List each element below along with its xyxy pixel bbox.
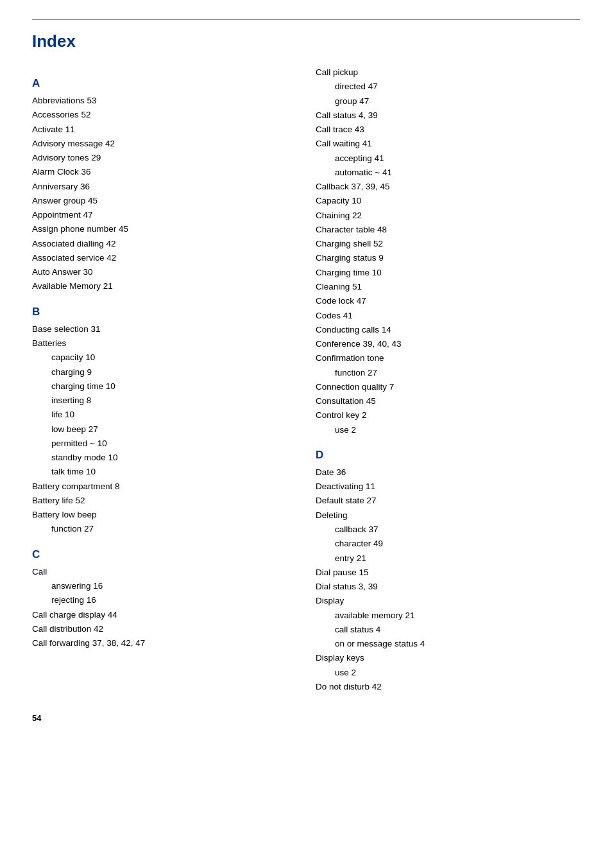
list-item: Advisory message 42 [32, 137, 296, 151]
list-item: function 27 [316, 366, 580, 380]
list-item: Battery low beep [32, 508, 296, 522]
list-item: Answer group 45 [32, 194, 296, 208]
list-item: Call status 4, 39 [316, 108, 580, 123]
list-item: Codes 41 [316, 309, 580, 323]
list-item: character 49 [316, 537, 580, 551]
list-item: use 2 [316, 423, 580, 437]
list-item: automatic ~ 41 [316, 166, 580, 180]
list-item: on or message status 4 [316, 637, 580, 651]
list-item: standby mode 10 [32, 451, 296, 465]
list-item: Base selection 31 [32, 322, 296, 336]
list-item: Code lock 47 [316, 294, 580, 308]
list-item: Connection quality 7 [316, 380, 580, 394]
list-item: Battery compartment 8 [32, 480, 296, 494]
list-item: Conference 39, 40, 43 [316, 337, 580, 351]
list-item: Call forwarding 37, 38, 42, 47 [32, 636, 296, 650]
list-item: Activate 11 [32, 123, 296, 137]
list-item: Call waiting 41 [316, 137, 580, 151]
list-item: Assign phone number 45 [32, 222, 296, 236]
list-item: call status 4 [316, 623, 580, 637]
list-item: Deleting [316, 508, 580, 523]
list-item: Associated service 42 [32, 251, 296, 265]
list-item: Default state 27 [316, 494, 580, 508]
list-item: Callback 37, 39, 45 [316, 180, 580, 194]
list-item: Chaining 22 [316, 209, 580, 223]
list-item: charging time 10 [32, 379, 296, 394]
list-item: accepting 41 [316, 152, 580, 166]
list-item: Character table 48 [316, 223, 580, 237]
list-item: Batteries [32, 336, 296, 351]
list-item: Call distribution 42 [32, 622, 296, 636]
list-item: Deactivating 11 [316, 480, 580, 494]
list-item: callback 37 [316, 523, 580, 537]
list-item: Dial status 3, 39 [316, 580, 580, 594]
list-item: Do not disturb 42 [316, 680, 580, 694]
list-item: group 47 [316, 94, 580, 108]
list-item: use 2 [316, 666, 580, 680]
list-item: low beep 27 [32, 422, 296, 437]
list-item: Cleaning 51 [316, 280, 580, 294]
list-item: permitted ~ 10 [32, 437, 296, 451]
list-item: Call pickup [316, 65, 580, 80]
list-item: Display [316, 594, 580, 608]
list-item: Confirmation tone [316, 351, 580, 365]
list-item: charging 9 [32, 365, 296, 379]
list-item: Auto Answer 30 [32, 265, 296, 279]
page-title: Index [32, 31, 580, 51]
list-item: Accessories 52 [32, 108, 296, 122]
list-item: Available Memory 21 [32, 279, 296, 293]
list-item: Appointment 47 [32, 208, 296, 222]
list-item: Display keys [316, 651, 580, 665]
list-item: Anniversary 36 [32, 180, 296, 194]
list-item: Advisory tones 29 [32, 151, 296, 165]
right-column: Call pickupdirected 47group 47Call statu… [316, 65, 580, 694]
top-border [32, 19, 580, 20]
list-item: Associated dialling 42 [32, 237, 296, 251]
page-number: 54 [32, 713, 580, 723]
list-item: Capacity 10 [316, 194, 580, 208]
list-item: answering 16 [32, 579, 296, 593]
content-columns: AAbbreviations 53Accessories 52Activate … [32, 65, 580, 694]
list-item: Consultation 45 [316, 394, 580, 408]
list-item: Conducting calls 14 [316, 323, 580, 337]
list-item: inserting 8 [32, 394, 296, 408]
list-item: Control key 2 [316, 408, 580, 422]
list-item: Abbreviations 53 [32, 94, 296, 108]
section-letter-c: C [32, 548, 296, 561]
list-item: available memory 21 [316, 609, 580, 623]
list-item: entry 21 [316, 551, 580, 566]
list-item: rejecting 16 [32, 593, 296, 607]
list-item: Charging shell 52 [316, 237, 580, 251]
list-item: capacity 10 [32, 351, 296, 365]
section-letter-b: B [32, 306, 296, 318]
section-letter-d: D [316, 449, 580, 462]
list-item: Call trace 43 [316, 123, 580, 137]
list-item: Call [32, 565, 296, 579]
list-item: Dial pause 15 [316, 566, 580, 580]
list-item: Date 36 [316, 465, 580, 480]
list-item: Call charge display 44 [32, 608, 296, 622]
list-item: life 10 [32, 408, 296, 422]
left-column: AAbbreviations 53Accessories 52Activate … [32, 65, 316, 694]
list-item: talk time 10 [32, 465, 296, 479]
list-item: Battery life 52 [32, 494, 296, 508]
section-letter-a: A [32, 77, 296, 90]
list-item: Alarm Clock 36 [32, 165, 296, 179]
list-item: function 27 [32, 522, 296, 536]
list-item: Charging time 10 [316, 266, 580, 280]
list-item: Charging status 9 [316, 251, 580, 265]
list-item: directed 47 [316, 80, 580, 94]
